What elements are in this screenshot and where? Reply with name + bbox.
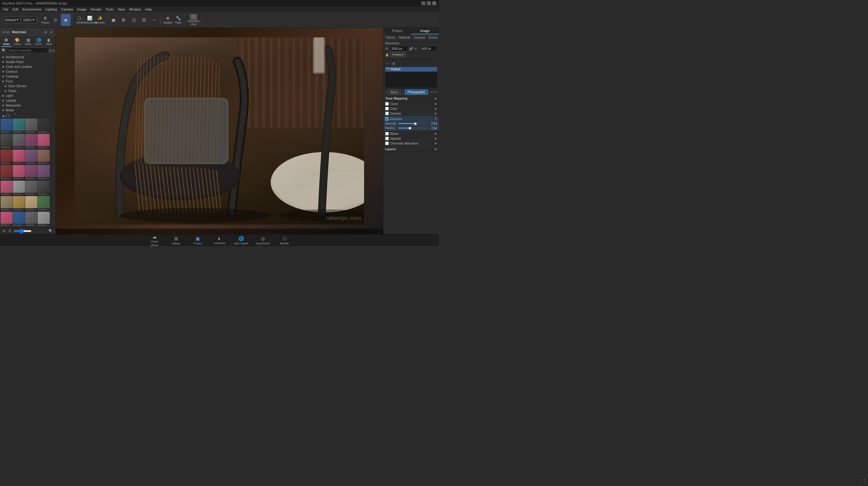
material-thumb[interactable]: [13, 119, 25, 131]
view2-btn[interactable]: ⊞: [119, 14, 128, 26]
library-btn[interactable]: ⊞ Library: [165, 235, 187, 246]
tab-project[interactable]: Project: [383, 28, 411, 34]
studios-btn[interactable]: ⊕ Studios: [163, 14, 173, 26]
material-thumb[interactable]: [1, 181, 13, 193]
menu-environment[interactable]: Environment: [21, 7, 43, 12]
list-item[interactable]: RealCloth Ic...: [25, 212, 37, 227]
tab-textures[interactable]: ▦ Textu.: [23, 37, 34, 47]
keyshotxr-btn[interactable]: ◎ KeyShotXR: [252, 235, 273, 246]
denoise-checkbox[interactable]: [385, 112, 389, 115]
material-thumb[interactable]: [25, 165, 37, 177]
material-thumb[interactable]: [1, 196, 13, 208]
tree-item-glass[interactable]: ▶Glass: [0, 88, 56, 93]
photographic-mode-btn[interactable]: Photographic: [405, 90, 428, 95]
search-input[interactable]: [7, 48, 48, 53]
dot-c[interactable]: [435, 91, 437, 93]
tab-back[interactable]: ◧ Back: [44, 37, 54, 47]
list-item[interactable]: RealCloth H...: [38, 165, 50, 180]
list-item[interactable]: RealCloth Ic...: [38, 212, 50, 227]
material-thumb[interactable]: [13, 134, 25, 146]
menu-edit[interactable]: Edit: [11, 7, 20, 12]
list-item[interactable]: RealCloth D...: [25, 134, 37, 149]
list-item[interactable]: RealCloth D...: [13, 150, 25, 165]
subtab-enviro[interactable]: Enviro...: [427, 35, 439, 40]
zoom-dropdown[interactable]: 100% ▾: [21, 17, 36, 23]
sharpen-expand-icon[interactable]: ▼: [434, 117, 437, 120]
dot-1[interactable]: [2, 115, 4, 117]
list-item[interactable]: RealCloth B...: [1, 119, 13, 134]
gpu-btn[interactable]: ⬡ GPU: [74, 14, 84, 26]
web-viewer-btn[interactable]: 🌐 Web Viewer: [230, 235, 252, 246]
tree-item-fuzz[interactable]: ▶Fuzz: [0, 79, 56, 84]
view5-btn[interactable]: ↔: [150, 14, 159, 26]
list-item[interactable]: RealCloth H...: [1, 165, 13, 180]
grid-view-btn[interactable]: ⊞: [2, 229, 6, 233]
performance-btn[interactable]: 📊 Performance: [85, 14, 94, 26]
material-thumb[interactable]: [1, 165, 13, 177]
tab-colors[interactable]: 🎨 Colors: [11, 37, 23, 47]
list-item[interactable]: RealCloth B...: [13, 134, 25, 149]
view3-btn[interactable]: ◫: [129, 14, 138, 26]
material-thumb[interactable]: [1, 119, 13, 131]
list-item[interactable]: RealCloth B...: [25, 119, 37, 134]
list-item[interactable]: RealCloth Ic...: [25, 181, 37, 196]
basic-mode-btn[interactable]: Basic: [388, 90, 401, 95]
tab-image[interactable]: Image: [411, 28, 439, 34]
list-item[interactable]: RealCloth Ic...: [38, 181, 50, 196]
animation-btn[interactable]: ⏵ Animation: [209, 235, 230, 246]
dot-2[interactable]: [5, 115, 7, 117]
tab-make[interactable]: ⚙ Make: [1, 37, 11, 47]
minimize-btn[interactable]: –: [421, 1, 426, 5]
geometry-view-btn[interactable]: ⬡ GeometryView: [187, 14, 200, 26]
view4-btn[interactable]: ⊟: [139, 14, 149, 26]
subtab-material[interactable]: Material: [397, 35, 412, 40]
material-thumb[interactable]: [1, 134, 13, 146]
list-item[interactable]: RealCloth H...: [1, 181, 13, 196]
material-thumb[interactable]: [38, 181, 50, 193]
material-thumb[interactable]: [25, 181, 37, 193]
render-mode-btn[interactable]: ⊙: [51, 14, 60, 26]
material-thumb[interactable]: [13, 165, 25, 177]
panel-close-btn[interactable]: ✕: [49, 30, 54, 34]
menu-lighting[interactable]: Lighting: [43, 7, 59, 12]
list-item[interactable]: RealCloth Ic...: [1, 196, 13, 211]
material-thumb[interactable]: [13, 181, 25, 193]
list-item[interactable]: RealCloth Ic...: [13, 212, 25, 227]
menu-tools[interactable]: Tools: [104, 7, 116, 12]
dot-3[interactable]: [8, 115, 10, 117]
tone-mapping-header[interactable]: Tone Mapping ▶: [383, 96, 439, 102]
material-thumb[interactable]: [38, 134, 50, 146]
chromatic-checkbox[interactable]: [385, 142, 389, 145]
list-item[interactable]: RealCloth B...: [13, 119, 25, 134]
tree-item-cutaway[interactable]: ▶Cutaway: [0, 74, 56, 79]
material-thumb[interactable]: [13, 196, 25, 208]
subtab-camera[interactable]: Camera: [412, 35, 427, 40]
maximize-btn[interactable]: □: [427, 1, 431, 5]
list-item[interactable]: RealCloth H...: [13, 165, 25, 180]
tree-item-axalta[interactable]: ▶Axalta Paint: [0, 59, 56, 64]
material-thumb[interactable]: [38, 165, 50, 177]
tree-item-measured[interactable]: ▶Measured: [0, 103, 56, 108]
presets-btn[interactable]: Presets ▾: [390, 52, 406, 57]
tools-btn[interactable]: 🔧 Tools: [173, 14, 183, 26]
list-item[interactable]: RealCloth H...: [25, 165, 37, 180]
pause-btn[interactable]: ⏸ Pause: [40, 14, 50, 26]
list-item[interactable]: RealCloth D...: [38, 150, 50, 165]
curve-checkbox[interactable]: [385, 102, 389, 106]
menu-window[interactable]: Window: [127, 7, 143, 12]
view1-btn[interactable]: ▣: [108, 14, 118, 26]
vignette-checkbox[interactable]: [385, 137, 389, 140]
material-thumb[interactable]: [25, 134, 37, 146]
menu-view[interactable]: View: [116, 7, 127, 12]
menu-render[interactable]: Render: [89, 7, 103, 12]
radius-slider[interactable]: [398, 127, 427, 128]
bloom-checkbox[interactable]: [385, 132, 389, 136]
material-thumb[interactable]: [1, 212, 13, 224]
add-icon[interactable]: +: [385, 61, 390, 66]
search-bottom-btn[interactable]: 🔍: [48, 229, 54, 233]
tab-envir[interactable]: 🌐 Envir.: [34, 37, 44, 47]
menu-help[interactable]: Help: [143, 7, 154, 12]
tree-item-cloth[interactable]: ▶Cloth and Leather: [0, 64, 56, 69]
width-input[interactable]: [390, 46, 408, 51]
close-btn[interactable]: ✕: [432, 1, 436, 5]
